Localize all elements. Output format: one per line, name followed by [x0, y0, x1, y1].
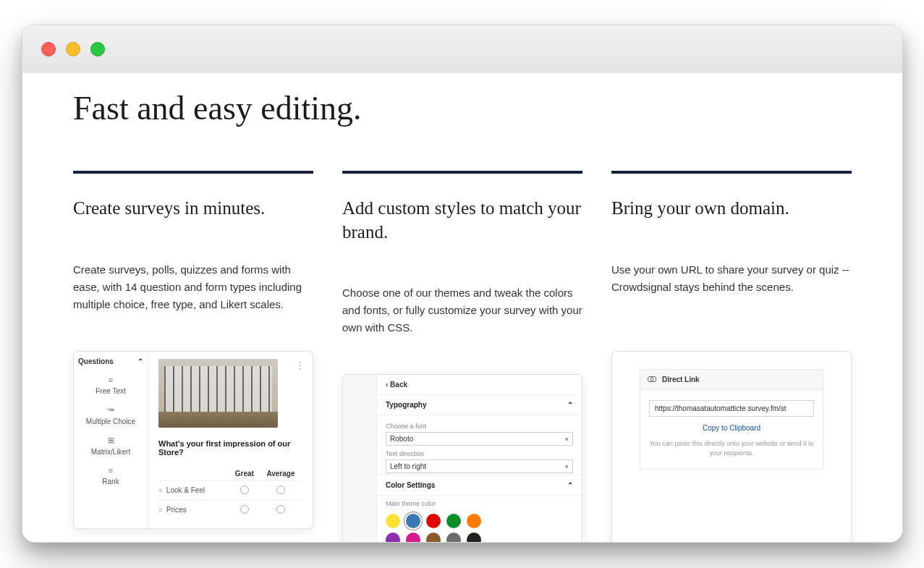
- browser-window: Fast and easy editing. Create surveys in…: [22, 25, 903, 543]
- dropdown-icon: ▾: [565, 436, 569, 443]
- color-swatch[interactable]: [386, 533, 400, 542]
- direction-select[interactable]: Left to right ▾: [386, 459, 573, 473]
- color-swatch[interactable]: [467, 514, 481, 528]
- feature-heading: Bring your own domain.: [611, 197, 852, 221]
- page-viewport: Fast and easy editing. Create surveys in…: [22, 73, 902, 542]
- font-value: Roboto: [390, 435, 413, 443]
- window-zoom-button[interactable]: [90, 42, 105, 56]
- color-swatch[interactable]: [406, 533, 420, 542]
- feature-body: Use your own URL to share your survey or…: [611, 261, 852, 334]
- chevron-up-icon: ⌃: [567, 401, 573, 409]
- feature-col-domain: Bring your own domain. Use your own URL …: [611, 171, 852, 542]
- feature-heading: Create surveys in minutes.: [73, 197, 313, 221]
- color-settings-section: Color Settings: [386, 481, 435, 489]
- share-url-field[interactable]: https://thomasatautomatticte.survey.fm/s…: [649, 400, 814, 417]
- font-select[interactable]: Roboto ▾: [386, 432, 573, 446]
- sidebar-title: Questions: [78, 357, 114, 365]
- color-swatch[interactable]: [386, 514, 400, 528]
- link-icon: [648, 376, 656, 382]
- color-swatch[interactable]: [426, 533, 441, 542]
- question-type-item[interactable]: ≡Free Text: [78, 376, 143, 395]
- window-chrome: [22, 25, 902, 74]
- choose-font-label: Choose a font: [386, 423, 573, 430]
- back-button[interactable]: ‹ Back: [377, 375, 582, 395]
- main-theme-color-label: Main theme color: [377, 497, 582, 507]
- qtype-label: Rank: [78, 478, 143, 486]
- color-swatch[interactable]: [406, 514, 420, 528]
- share-hint: You can paste this directly onto your we…: [649, 439, 814, 459]
- survey-editor-illustration: Questions ⌃ ≡Free Text≔Multiple Choice⊞M…: [73, 351, 313, 529]
- survey-header-image: [158, 359, 278, 428]
- color-swatch[interactable]: [446, 533, 461, 542]
- divider: [73, 171, 313, 174]
- matrix-row: ≡Look & Feel: [158, 480, 302, 500]
- qtype-label: Multiple Choice: [78, 417, 143, 425]
- qtype-label: Free Text: [78, 387, 143, 395]
- page-title: Fast and easy editing.: [73, 89, 852, 127]
- radio-input[interactable]: [276, 505, 285, 514]
- question-types-sidebar: Questions ⌃ ≡Free Text≔Multiple Choice⊞M…: [74, 352, 148, 528]
- style-preview-rail: [343, 375, 377, 542]
- back-label: Back: [390, 381, 407, 389]
- style-editor-illustration: ‹ Back Typography ⌃ Choose a font: [342, 374, 582, 542]
- survey-question: What's your first impression of our Stor…: [158, 439, 302, 457]
- swatch-row: [377, 528, 582, 542]
- matrix-col: Average: [259, 467, 302, 481]
- feature-col-styles: Add custom styles to match your brand. C…: [342, 171, 582, 542]
- qtype-icon: ≡: [78, 376, 143, 384]
- feature-body: Choose one of our themes and tweak the c…: [342, 284, 582, 357]
- qtype-icon: ⊞: [78, 436, 143, 445]
- question-type-item[interactable]: ≔Multiple Choice: [78, 405, 143, 425]
- window-minimize-button[interactable]: [66, 42, 80, 56]
- kebab-icon: ⋮: [296, 360, 305, 370]
- typography-section: Typography: [386, 401, 426, 409]
- window-close-button[interactable]: [41, 42, 56, 56]
- chevron-up-icon: ⌃: [137, 357, 143, 365]
- dropdown-icon: ▾: [565, 463, 569, 470]
- qtype-icon: ≔: [78, 405, 143, 415]
- color-swatch[interactable]: [426, 514, 441, 528]
- radio-input[interactable]: [276, 486, 285, 494]
- feature-columns: Create surveys in minutes. Create survey…: [73, 171, 852, 542]
- radio-input[interactable]: [240, 505, 249, 514]
- color-swatch[interactable]: [446, 514, 461, 528]
- qtype-icon: ≡: [78, 466, 143, 475]
- divider: [342, 171, 582, 174]
- direct-link-title: Direct Link: [662, 376, 700, 383]
- matrix-row: ≡Prices: [158, 500, 302, 520]
- radio-input[interactable]: [240, 486, 249, 494]
- question-type-item[interactable]: ⊞Matrix/Likert: [78, 436, 143, 456]
- color-swatch[interactable]: [467, 533, 481, 542]
- drag-icon: ≡: [158, 506, 163, 514]
- matrix-table: Great Average ≡Look & Feel≡Prices: [158, 467, 302, 520]
- question-type-item[interactable]: ≡Rank: [78, 466, 143, 486]
- qtype-label: Matrix/Likert: [78, 448, 143, 456]
- direct-link-illustration: Direct Link https://thomasatautomatticte…: [611, 351, 852, 543]
- text-direction-label: Text direction: [386, 450, 573, 457]
- chevron-up-icon: ⌃: [567, 481, 573, 489]
- matrix-col: Great: [230, 467, 259, 481]
- drag-icon: ≡: [158, 486, 163, 494]
- direction-value: Left to right: [390, 462, 426, 470]
- swatch-row: [377, 509, 582, 528]
- style-panel: ‹ Back Typography ⌃ Choose a font: [377, 375, 582, 542]
- divider: [611, 171, 852, 174]
- feature-heading: Add custom styles to match your brand.: [342, 197, 582, 244]
- copy-to-clipboard-button[interactable]: Copy to Clipboard: [649, 424, 814, 432]
- feature-body: Create surveys, polls, quizzes and forms…: [73, 261, 313, 334]
- feature-col-surveys: Create surveys in minutes. Create survey…: [73, 171, 313, 542]
